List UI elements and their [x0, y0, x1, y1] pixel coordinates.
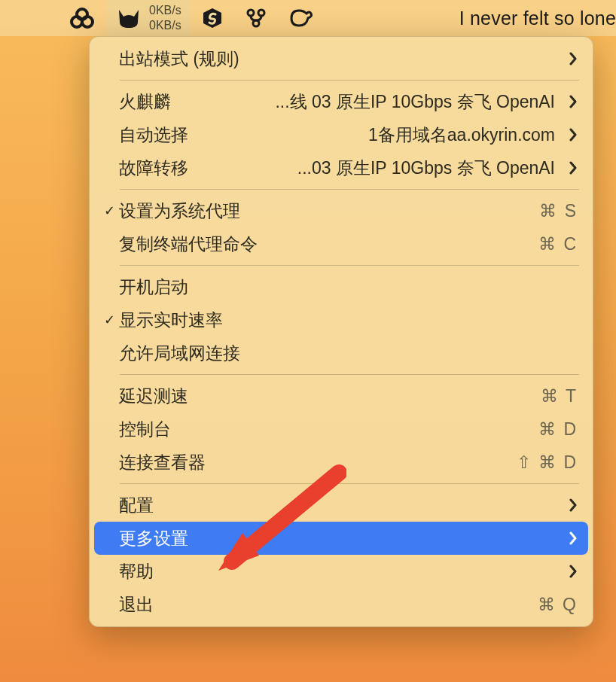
menu-profile-auto[interactable]: 自动选择 1备用域名aa.okyrin.com	[94, 118, 588, 151]
menu-item-detail: ...03 原生IP 10Gbps 奈飞 OpenAI	[188, 157, 555, 180]
speed-stats: 0KB/s 0KB/s	[149, 3, 181, 33]
menubar-branch-icon[interactable]	[234, 0, 278, 36]
menu-item-shortcut: ⌘ S	[539, 201, 578, 221]
check-icon: ✓	[99, 312, 119, 328]
menu-allow-lan[interactable]: 允许局域网连接	[94, 336, 588, 370]
chevron-right-icon	[566, 565, 578, 578]
menu-separator	[120, 265, 579, 266]
menu-start-on-boot[interactable]: 开机启动	[94, 270, 588, 303]
upload-speed: 0KB/s	[149, 3, 181, 18]
menu-item-shortcut: ⇧ ⌘ D	[517, 452, 578, 473]
menu-separator	[120, 80, 579, 81]
menu-item-label: 配置	[119, 494, 154, 517]
menu-item-label: 连接查看器	[119, 451, 206, 474]
menu-item-label: 显示实时速率	[119, 309, 223, 332]
menubar: 0KB/s 0KB/s I never felt so lone	[0, 0, 616, 36]
menu-item-shortcut: ⌘ T	[541, 386, 578, 406]
menu-help[interactable]: 帮助	[94, 555, 588, 588]
menu-item-label: 出站模式 (规则)	[119, 47, 239, 71]
cat-icon	[116, 7, 142, 29]
check-icon: ✓	[99, 202, 119, 219]
menu-item-label: 帮助	[119, 560, 154, 583]
menu-quit[interactable]: 退出 ⌘ Q	[94, 588, 588, 621]
menu-item-shortcut: ⌘ D	[538, 419, 578, 440]
menu-item-label: 火麒麟	[119, 90, 171, 114]
menu-latency[interactable]: 延迟测速 ⌘ T	[94, 379, 588, 413]
menu-item-shortcut: ⌘ Q	[538, 595, 578, 615]
menu-copy-terminal[interactable]: 复制终端代理命令 ⌘ C	[94, 227, 588, 260]
menubar-app-item[interactable]: 0KB/s 0KB/s	[107, 0, 191, 36]
menu-item-label: 退出	[119, 593, 154, 617]
menu-separator	[120, 374, 579, 375]
menu-item-label: 复制终端代理命令	[119, 233, 258, 256]
menu-item-label: 更多设置	[119, 527, 188, 550]
menu-item-detail: 1备用域名aa.okyrin.com	[188, 123, 555, 147]
menu-item-detail: ...线 03 原生IP 10Gbps 奈飞 OpenAI	[171, 90, 555, 114]
menu-show-speed[interactable]: ✓ 显示实时速率	[94, 303, 588, 336]
menu-profile-fail[interactable]: 故障转移 ...03 原生IP 10Gbps 奈飞 OpenAI	[94, 151, 588, 184]
chevron-right-icon	[566, 52, 578, 65]
chevron-right-icon	[566, 531, 578, 545]
chevron-right-icon	[566, 128, 578, 142]
svg-point-3	[248, 10, 254, 16]
menubar-cc-icon[interactable]	[278, 0, 323, 36]
menu-item-label: 控制台	[119, 418, 171, 441]
menu-separator	[120, 483, 579, 484]
chevron-right-icon	[566, 498, 578, 512]
menu-item-label: 自动选择	[119, 123, 188, 147]
menu-profile-huo[interactable]: 火麒麟 ...线 03 原生IP 10Gbps 奈飞 OpenAI	[94, 85, 588, 118]
menu-item-shortcut: ⌘ C	[538, 234, 578, 254]
menu-config[interactable]: 配置	[94, 489, 588, 522]
menu-item-label: 故障转移	[119, 157, 188, 180]
menubar-hex-s-icon[interactable]	[191, 0, 234, 36]
chevron-right-icon	[566, 161, 578, 175]
menubar-three-rings-icon[interactable]	[57, 0, 107, 36]
menu-item-label: 允许局域网连接	[119, 342, 240, 365]
menubar-title: I never felt so lone	[459, 8, 616, 29]
svg-point-4	[258, 10, 264, 16]
menu-separator	[120, 189, 579, 190]
dropdown-menu: 出站模式 (规则) 火麒麟 ...线 03 原生IP 10Gbps 奈飞 Ope…	[89, 36, 593, 627]
menu-item-label: 延迟测速	[119, 385, 188, 408]
chevron-right-icon	[566, 95, 578, 108]
menu-outbound-mode[interactable]: 出站模式 (规则)	[94, 42, 588, 75]
menu-system-proxy[interactable]: ✓ 设置为系统代理 ⌘ S	[94, 194, 588, 227]
menu-conn-viewer[interactable]: 连接查看器 ⇧ ⌘ D	[94, 446, 588, 479]
menu-console[interactable]: 控制台 ⌘ D	[94, 413, 588, 446]
menu-more-settings[interactable]: 更多设置	[94, 522, 588, 555]
menu-item-label: 设置为系统代理	[119, 199, 240, 223]
menu-item-label: 开机启动	[119, 276, 188, 299]
download-speed: 0KB/s	[149, 18, 181, 33]
